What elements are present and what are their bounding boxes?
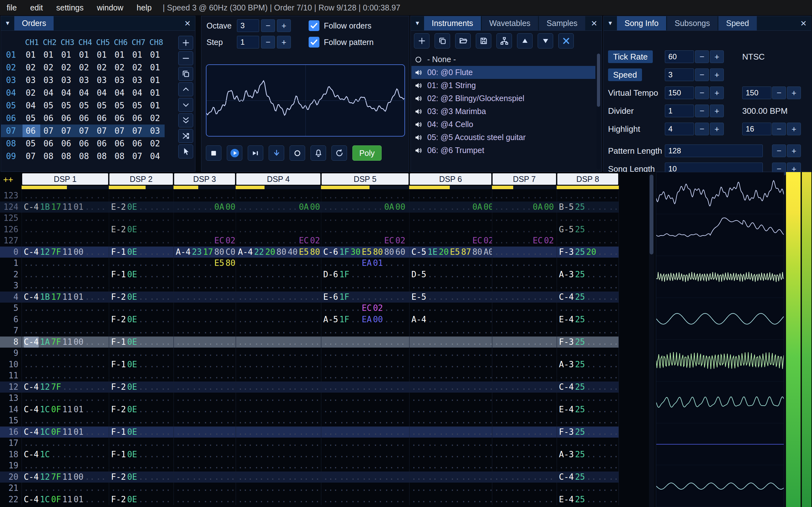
pattern-cell[interactable]: ........... [492, 246, 557, 258]
order-cell[interactable]: 02 [147, 137, 165, 150]
order-cell[interactable]: 04 [147, 150, 165, 163]
pattern-cell[interactable]: ........... [492, 483, 557, 494]
order-cell[interactable]: 05 [94, 99, 111, 112]
pattern-cell[interactable]: ........... [173, 404, 236, 415]
tick-rate-increment-button[interactable]: + [710, 50, 724, 63]
pattern-cell[interactable]: C-4127F1100.... [21, 246, 109, 258]
pattern-cell[interactable]: ............... [409, 382, 492, 393]
pattern-cell[interactable]: ........... [109, 438, 173, 449]
pattern-cell[interactable]: ...........0A00 [321, 202, 409, 213]
pattern-cell[interactable]: ........... [557, 348, 619, 359]
open-instrument-button[interactable] [455, 33, 471, 49]
virtual-tempo-input[interactable]: 150 [665, 87, 694, 99]
pattern-cell[interactable]: ........... [109, 415, 173, 427]
order-cell[interactable]: 02 [111, 61, 129, 74]
tick-rate-decrement-button[interactable]: − [695, 50, 709, 63]
pattern-cell[interactable]: C-425...... [557, 471, 619, 483]
order-row-03[interactable]: 030303030303030301 [1, 74, 165, 87]
pattern-cell[interactable]: .......EC02 [173, 235, 236, 246]
pattern-cell[interactable]: ........... [492, 224, 557, 235]
pattern-cell[interactable]: ........... [173, 382, 236, 393]
pattern-cell[interactable]: ............... [409, 348, 492, 359]
pattern-cell[interactable]: ........... [557, 258, 619, 269]
order-cell[interactable]: 04 [58, 87, 76, 99]
order-cell[interactable]: 06 [76, 112, 94, 124]
move-order-up-button[interactable] [178, 82, 193, 96]
speed-increment-button[interactable]: + [710, 68, 724, 81]
pattern-cell[interactable]: ........... [492, 393, 557, 404]
order-cell[interactable]: 02 [129, 61, 147, 74]
pattern-cell[interactable]: F-20E...... [109, 314, 173, 326]
duplicate-order-button[interactable] [178, 67, 193, 81]
order-cell[interactable]: 01 [147, 74, 165, 87]
play-button[interactable] [227, 146, 242, 161]
order-cell[interactable]: 02 [22, 87, 40, 99]
pattern-cell[interactable]: ........... [492, 213, 557, 224]
pattern-cell[interactable]: ...........0A00 [409, 202, 492, 213]
pattern-cell[interactable]: A-325...... [557, 359, 619, 371]
order-row-07[interactable]: 070607070707070703 [1, 124, 165, 137]
pattern-cell[interactable]: ........... [492, 190, 557, 202]
order-cell[interactable]: 01 [94, 49, 111, 61]
order-cell[interactable]: 01 [147, 61, 165, 74]
order-cell[interactable]: 05 [22, 137, 40, 150]
order-change-mode-button[interactable] [178, 129, 193, 143]
pattern-cell[interactable]: ............... [236, 291, 321, 303]
instrument-item[interactable]: 04: @4 Cello [411, 118, 595, 131]
instrument-item[interactable]: 03: @3 Marimba [411, 105, 595, 118]
move-instrument-up-button[interactable] [517, 33, 532, 49]
instrument-item[interactable]: 06: @6 Trumpet [411, 144, 595, 157]
pattern-cell[interactable]: ........... [492, 302, 557, 314]
pattern-cell[interactable]: ........... [557, 393, 619, 404]
instrument-item[interactable]: - None - [411, 53, 595, 66]
order-cell[interactable]: 03 [40, 74, 58, 87]
pattern-cell[interactable]: F-20E...... [109, 471, 173, 483]
order-cell[interactable]: 03 [129, 74, 147, 87]
add-instrument-button[interactable] [414, 33, 429, 49]
pattern-cell[interactable]: ............... [321, 415, 409, 427]
pattern-cell[interactable]: ............... [321, 393, 409, 404]
order-cell[interactable]: 03 [147, 124, 165, 137]
pattern-cell[interactable]: ............... [236, 427, 321, 438]
metronome-button[interactable] [310, 146, 326, 161]
pattern-cell[interactable]: ........... [492, 359, 557, 371]
pattern-cell[interactable]: ............... [321, 404, 409, 415]
orders-tab[interactable]: Orders [14, 16, 54, 31]
pattern-cell[interactable]: ............... [321, 438, 409, 449]
pattern-cell[interactable]: ............... [321, 359, 409, 371]
pattern-cell[interactable]: D-5............ [409, 269, 492, 280]
pattern-cell[interactable]: ............... [409, 370, 492, 382]
divider-increment-button[interactable]: + [710, 105, 724, 117]
tab-song-info[interactable]: Song Info [617, 16, 666, 31]
pattern-cell[interactable]: F-10E...... [109, 269, 173, 280]
order-row-08[interactable]: 080506060606060602 [1, 137, 165, 150]
pattern-cell[interactable]: C-41C0F1101.... [21, 494, 109, 505]
pattern-cell[interactable]: ............... [21, 258, 109, 269]
pattern-cell[interactable]: ........... [173, 280, 236, 291]
instrument-item[interactable]: 02: @2 Blingy/Glockenspiel [411, 92, 595, 105]
step-decrement-button[interactable]: − [261, 36, 275, 49]
delete-instrument-button[interactable] [558, 33, 574, 49]
pattern-scrollbar-thumb[interactable] [650, 175, 653, 255]
pattern-cell[interactable]: ........... [557, 190, 619, 202]
pattern-cell[interactable]: ........... [173, 471, 236, 483]
pattern-cell[interactable]: C-41B171101.... [21, 291, 109, 303]
pattern-cell[interactable]: ...........0A00 [236, 202, 321, 213]
pattern-cell[interactable]: E-20E...... [109, 202, 173, 213]
order-cell[interactable]: 05 [76, 99, 94, 112]
pattern-cell[interactable]: E-425...... [557, 404, 619, 415]
pattern-cell[interactable]: ............... [21, 280, 109, 291]
pattern-cell[interactable]: ............... [236, 302, 321, 314]
pattern-cell[interactable]: E-425...... [557, 494, 619, 505]
pattern-cell[interactable]: ............... [409, 337, 492, 348]
pattern-cell[interactable]: ............... [236, 415, 321, 427]
highlight-decrement-button[interactable]: − [695, 123, 709, 135]
order-cell[interactable]: 03 [94, 74, 111, 87]
pattern-cell[interactable]: ............... [21, 415, 109, 427]
order-cell[interactable]: 08 [58, 150, 76, 163]
pattern-cell[interactable]: ............... [21, 370, 109, 382]
pattern-cell[interactable]: ........... [492, 404, 557, 415]
tick-rate-label[interactable]: Tick Rate [608, 50, 653, 63]
pattern-cell[interactable]: ........... [557, 302, 619, 314]
pattern-cell[interactable]: ........... [109, 190, 173, 202]
